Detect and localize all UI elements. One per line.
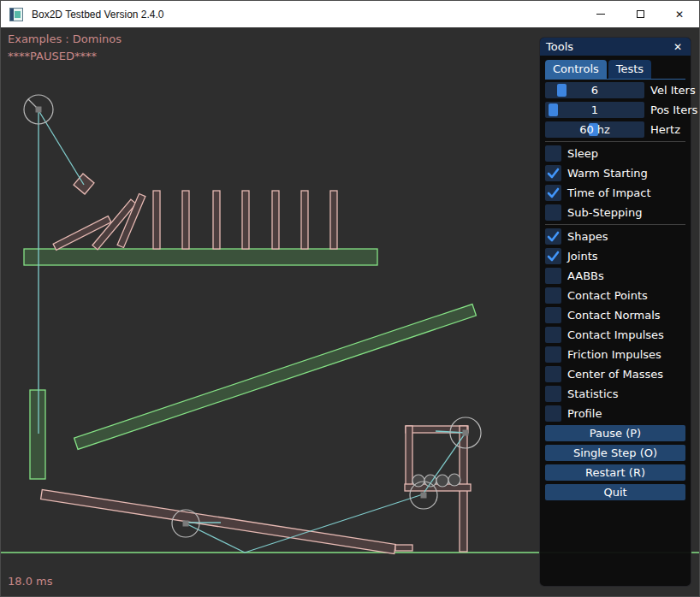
minimize-icon	[596, 14, 605, 15]
checkbox-checked-icon[interactable]	[545, 185, 561, 201]
domino-standing-1[interactable]	[153, 191, 160, 249]
domino-standing-6[interactable]	[301, 191, 308, 249]
checkbox-center-of-masses[interactable]: Center of Masses	[545, 366, 685, 382]
checkbox-label: AABBs	[567, 269, 604, 282]
checkbox-warm-starting[interactable]: Warm Starting	[545, 165, 685, 181]
window-title: Box2D Testbed Version 2.4.0	[32, 9, 164, 21]
checkbox-label: Contact Impulses	[567, 328, 664, 341]
checkbox-unchecked-icon[interactable]	[545, 346, 561, 363]
tools-panel-title: Tools	[546, 40, 671, 53]
minimize-button[interactable]	[581, 1, 620, 27]
maximize-button[interactable]	[620, 1, 660, 27]
pendulum-pivot-circle-anchor	[36, 107, 42, 113]
app-window: Examples : Dominos ****PAUSED**** 18.0 m…	[0, 0, 700, 597]
frame-left-post[interactable]	[406, 426, 412, 488]
checkbox-label: Profile	[567, 407, 602, 420]
domino-standing-2[interactable]	[182, 191, 189, 249]
separator	[545, 224, 685, 225]
checkbox-sub-stepping[interactable]: Sub-Stepping	[545, 204, 685, 221]
button-restart-r[interactable]: Restart (R)	[545, 464, 685, 481]
paused-label: ****PAUSED****	[8, 50, 97, 62]
checkbox-checked-icon[interactable]	[545, 228, 561, 245]
checkbox-checked-icon[interactable]	[545, 248, 561, 264]
checkbox-label: Time of Impact	[567, 186, 651, 199]
slider-label: Hertz	[650, 123, 680, 136]
checkbox-contact-points[interactable]: Contact Points	[545, 287, 685, 304]
checkbox-joints[interactable]: Joints	[545, 248, 685, 264]
tools-panel-body: ControlsTests 6Vel Iters1Pos Iters60 hzH…	[540, 56, 691, 586]
domino-standing-4[interactable]	[242, 191, 249, 249]
frame-upper-circle-anchor	[463, 430, 469, 436]
domino-standing-5[interactable]	[272, 191, 279, 249]
checkbox-label: Joints	[567, 250, 598, 263]
checkbox-label: Shapes	[567, 230, 608, 243]
draw-options-group: ShapesJointsAABBsContact PointsContact N…	[545, 228, 685, 422]
checkbox-contact-normals[interactable]: Contact Normals	[545, 307, 685, 323]
checkbox-aabbs[interactable]: AABBs	[545, 268, 685, 284]
checkbox-unchecked-icon[interactable]	[545, 307, 561, 323]
slider-pos-iters[interactable]: 1Pos Iters	[545, 102, 685, 118]
checkbox-time-of-impact[interactable]: Time of Impact	[545, 185, 685, 201]
checkbox-unchecked-icon[interactable]	[545, 145, 561, 162]
tab-tests[interactable]: Tests	[608, 60, 651, 79]
checkbox-label: Statistics	[567, 387, 618, 400]
example-label: Examples : Dominos	[8, 33, 122, 45]
close-button[interactable]: ✕	[660, 1, 699, 27]
checkbox-checked-icon[interactable]	[545, 165, 561, 181]
button-pause-p[interactable]: Pause (P)	[545, 425, 685, 441]
joint-pendulum	[39, 110, 84, 185]
checkbox-contact-impulses[interactable]: Contact Impulses	[545, 327, 685, 343]
separator	[545, 141, 685, 142]
checkbox-label: Warm Starting	[567, 167, 648, 180]
checkbox-label: Sleep	[567, 147, 598, 160]
button-quit[interactable]: Quit	[545, 484, 685, 500]
checkbox-shapes[interactable]: Shapes	[545, 228, 685, 245]
action-buttons-group: Pause (P)Single Step (O)Restart (R)Quit	[545, 425, 685, 500]
slider-label: Vel Iters	[650, 84, 696, 97]
checkbox-statistics[interactable]: Statistics	[545, 386, 685, 402]
tab-bar: ControlsTests	[545, 60, 685, 80]
checkbox-unchecked-icon[interactable]	[545, 366, 561, 382]
app-icon	[9, 8, 23, 21]
slider-group: 6Vel Iters1Pos Iters60 hzHertz	[545, 82, 685, 138]
close-icon[interactable]: ✕	[671, 40, 685, 54]
domino-standing-7[interactable]	[330, 191, 337, 249]
frame-lower-circle-anchor	[421, 493, 427, 499]
tools-panel-header[interactable]: Tools ✕	[540, 38, 691, 56]
checkbox-profile[interactable]: Profile	[545, 405, 685, 422]
maximize-icon	[637, 10, 644, 18]
checkbox-label: Friction Impulses	[567, 348, 661, 361]
seesaw-wheel-circle-anchor	[183, 521, 189, 527]
title-bar[interactable]: Box2D Testbed Version 2.4.0 ✕	[1, 1, 699, 27]
tab-controls[interactable]: Controls	[545, 60, 607, 79]
checkbox-unchecked-icon[interactable]	[545, 268, 561, 284]
plank-end-piece[interactable]	[395, 545, 412, 551]
slider-value: 60 hz	[545, 121, 644, 138]
checkbox-label: Contact Normals	[567, 309, 661, 322]
checkbox-friction-impulses[interactable]: Friction Impulses	[545, 346, 685, 363]
domino-standing-3[interactable]	[213, 191, 220, 249]
checkbox-unchecked-icon[interactable]	[545, 204, 561, 221]
shelf-ball-4[interactable]	[448, 474, 460, 486]
tools-panel: Tools ✕ ControlsTests 6Vel Iters1Pos Ite…	[539, 37, 691, 587]
checkbox-unchecked-icon[interactable]	[545, 405, 561, 422]
checkbox-unchecked-icon[interactable]	[545, 386, 561, 402]
checkbox-unchecked-icon[interactable]	[545, 327, 561, 343]
slider-hertz[interactable]: 60 hzHertz	[545, 121, 685, 138]
shelf-ball-3[interactable]	[436, 475, 448, 487]
checkbox-label: Contact Points	[567, 289, 648, 302]
slider-value: 1	[545, 102, 644, 118]
slider-value: 6	[545, 82, 644, 98]
frame-top-bar[interactable]	[406, 426, 468, 433]
button-single-step-o[interactable]: Single Step (O)	[545, 445, 685, 461]
left-post	[30, 390, 45, 479]
sim-options-group: SleepWarm StartingTime of ImpactSub-Step…	[545, 145, 685, 221]
close-icon: ✕	[675, 9, 684, 20]
checkbox-label: Sub-Stepping	[567, 206, 642, 219]
slider-vel-iters[interactable]: 6Vel Iters	[545, 82, 685, 98]
seesaw-plank[interactable]	[41, 490, 396, 554]
domino-platform	[24, 249, 377, 265]
checkbox-sleep[interactable]: Sleep	[545, 145, 685, 162]
checkbox-label: Center of Masses	[567, 368, 663, 381]
checkbox-unchecked-icon[interactable]	[545, 287, 561, 304]
